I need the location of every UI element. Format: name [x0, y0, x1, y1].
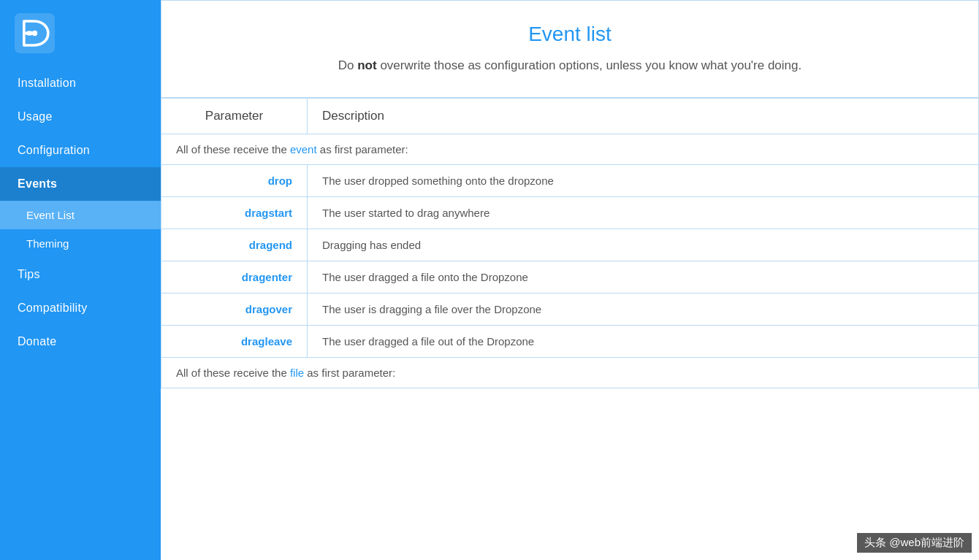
- note1-post: as first parameter:: [317, 143, 408, 156]
- table-row: dragover The user is dragging a file ove…: [161, 293, 979, 325]
- note-cell-1: All of these receive the event as first …: [161, 134, 979, 164]
- param-dragover: dragover: [161, 293, 308, 325]
- sidebar-item-events[interactable]: Events: [0, 167, 161, 201]
- subtitle-pre: Do: [338, 58, 357, 72]
- note-cell-2: All of these receive the file as first p…: [161, 357, 979, 388]
- page-subtitle: Do not overwrite those as configuration …: [191, 56, 949, 75]
- desc-header: Description: [308, 98, 979, 134]
- desc-dragend: Dragging has ended: [308, 229, 979, 261]
- event-link[interactable]: event: [290, 143, 317, 156]
- note-row-2: All of these receive the file as first p…: [161, 357, 979, 388]
- sidebar-item-donate[interactable]: Donate: [0, 325, 161, 358]
- param-dragleave: dragleave: [161, 325, 308, 357]
- table-header-row: Parameter Description: [161, 98, 979, 134]
- sidebar-item-theming[interactable]: Theming: [0, 229, 161, 258]
- note2-pre: All of these receive the: [176, 367, 290, 379]
- table-row: dragstart The user started to drag anywh…: [161, 196, 979, 229]
- param-dragend: dragend: [161, 229, 308, 261]
- main-content: Event list Do not overwrite those as con…: [161, 0, 979, 560]
- table-row: dragenter The user dragged a file onto t…: [161, 261, 979, 293]
- desc-dragover: The user is dragging a file over the Dro…: [308, 293, 979, 325]
- sidebar-item-compatibility[interactable]: Compatibility: [0, 291, 161, 325]
- note2-post: as first parameter:: [304, 367, 395, 379]
- sidebar-item-event-list[interactable]: Event List: [0, 201, 161, 229]
- desc-drop: The user dropped something onto the drop…: [308, 164, 979, 196]
- subtitle-post: overwrite those as configuration options…: [377, 58, 802, 72]
- file-link[interactable]: file: [290, 367, 304, 379]
- note-row-1: All of these receive the event as first …: [161, 134, 979, 164]
- desc-dragleave: The user dragged a file out of the Dropz…: [308, 325, 979, 357]
- subtitle-bold: not: [357, 58, 376, 72]
- param-drop: drop: [161, 164, 308, 196]
- svg-point-1: [32, 31, 37, 36]
- table-row: drop The user dropped something onto the…: [161, 164, 979, 196]
- dropzone-logo-icon: [15, 13, 55, 53]
- sidebar-item-installation[interactable]: Installation: [0, 66, 161, 100]
- desc-dragstart: The user started to drag anywhere: [308, 196, 979, 229]
- table-row: dragend Dragging has ended: [161, 229, 979, 261]
- desc-dragenter: The user dragged a file onto the Dropzon…: [308, 261, 979, 293]
- page-title: Event list: [191, 23, 949, 46]
- content-area: Event list Do not overwrite those as con…: [161, 0, 979, 388]
- table-row: dragleave The user dragged a file out of…: [161, 325, 979, 357]
- sidebar-item-tips[interactable]: Tips: [0, 258, 161, 291]
- sidebar-item-configuration[interactable]: Configuration: [0, 134, 161, 167]
- event-table: Parameter Description All of these recei…: [161, 98, 979, 388]
- sidebar-item-usage[interactable]: Usage: [0, 100, 161, 134]
- event-list-header: Event list Do not overwrite those as con…: [161, 0, 979, 98]
- param-dragenter: dragenter: [161, 261, 308, 293]
- sidebar: Installation Usage Configuration Events …: [0, 0, 161, 560]
- param-dragstart: dragstart: [161, 196, 308, 229]
- param-header: Parameter: [161, 98, 308, 134]
- note1-pre: All of these receive the: [176, 143, 290, 156]
- logo-area: [0, 0, 69, 66]
- sidebar-navigation: Installation Usage Configuration Events …: [0, 66, 161, 358]
